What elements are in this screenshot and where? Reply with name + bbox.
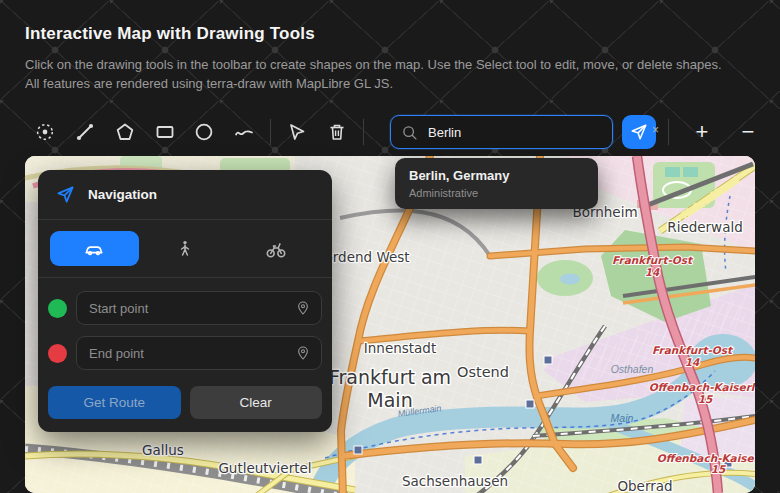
drawing-toolbar: × + − — [25, 111, 767, 153]
zoom-in-button[interactable]: + — [683, 113, 721, 151]
map-label-junction-15: 15 — [698, 393, 713, 405]
freehand-tool-icon — [234, 122, 254, 142]
map-label-junction-14: 14 — [685, 356, 700, 368]
zoom-out-button[interactable]: − — [729, 113, 767, 151]
page-title: Interactive Map with Drawing Tools — [25, 24, 315, 44]
map-pin-icon[interactable] — [295, 300, 311, 316]
start-point-input[interactable] — [87, 300, 295, 317]
walking-icon — [175, 239, 195, 259]
map-label-offenbach-kaiserlei: Offenbach-Kaiserlei — [649, 381, 755, 393]
search-icon — [401, 124, 418, 141]
search-box[interactable] — [390, 115, 613, 149]
map-label-ostend: Ostend — [457, 364, 509, 380]
map-label-sachsenhausen: Sachsenhausen — [402, 473, 508, 489]
end-point-marker-icon — [48, 344, 67, 363]
trash-icon — [327, 122, 347, 142]
start-point-marker-icon — [48, 299, 67, 318]
circle-tool-icon — [194, 122, 214, 142]
search-input[interactable] — [426, 124, 570, 141]
polygon-tool-button[interactable] — [105, 112, 145, 152]
app: { "header": { "title": "Interactive Map … — [0, 0, 780, 493]
search-result-primary: Berlin, Germany — [409, 168, 584, 183]
navigation-panel: Navigation — [38, 170, 332, 432]
navigation-panel-title: Navigation — [88, 187, 157, 202]
point-tool-icon — [35, 122, 55, 142]
map-label-frankfurt-ost: Frankfurt-Ost — [652, 344, 734, 356]
circle-tool-button[interactable] — [185, 112, 225, 152]
close-icon[interactable]: × — [652, 124, 659, 136]
map-pin-icon[interactable] — [295, 345, 311, 361]
get-route-button[interactable]: Get Route — [48, 386, 181, 419]
line-tool-icon — [75, 122, 95, 142]
line-tool-button[interactable] — [65, 112, 105, 152]
map-label-offenbach-kaiserlei: Offenbach-Kaiserlei — [657, 452, 755, 464]
mode-tab-cycling[interactable] — [231, 231, 320, 266]
map-label-gallus: Gallus — [142, 442, 184, 458]
map-label-gutleutviertel: Gutleutviertel — [218, 460, 311, 476]
start-point-row — [48, 291, 322, 325]
navigation-plane-icon — [56, 185, 75, 204]
select-tool-button[interactable] — [277, 112, 317, 152]
rectangle-tool-icon — [155, 122, 175, 142]
freehand-tool-button[interactable] — [224, 112, 264, 152]
point-tool-button[interactable] — [25, 112, 65, 152]
navigation-toggle-button[interactable]: × — [622, 115, 656, 149]
rectangle-tool-button[interactable] — [145, 112, 185, 152]
map-label-riederwald: Riederwald — [667, 219, 743, 235]
delete-tool-button[interactable] — [317, 112, 357, 152]
search-result-dropdown: Berlin, Germany Administrative — [395, 158, 598, 209]
map-label-main-river: Main — [611, 412, 634, 424]
polygon-tool-icon — [115, 122, 135, 142]
search-result-item[interactable]: Berlin, Germany Administrative — [409, 168, 584, 199]
map-label-frankfurt-line1: Frankfurt am — [329, 366, 451, 388]
mode-tab-walking[interactable] — [141, 231, 230, 266]
map-label-frankfurt-ost: Frankfurt-Ost — [612, 254, 694, 266]
mode-tab-car[interactable] — [50, 231, 139, 266]
navigation-plane-icon — [630, 123, 648, 141]
map-label-oberrad: Oberrad — [617, 478, 672, 493]
car-icon — [83, 238, 105, 260]
route-actions: Get Route Clear — [38, 383, 332, 432]
page-description: Click on the drawing tools in the toolba… — [25, 56, 725, 94]
travel-mode-tabs — [38, 220, 332, 278]
search-result-secondary: Administrative — [409, 187, 584, 199]
map-label-osthafen: Osthafen — [611, 363, 654, 375]
end-point-input[interactable] — [87, 345, 295, 362]
bicycle-icon — [265, 238, 287, 260]
route-inputs — [38, 278, 332, 383]
toolbar-divider — [668, 119, 669, 145]
toolbar-divider — [270, 119, 271, 145]
select-tool-icon — [287, 122, 307, 142]
clear-route-button[interactable]: Clear — [190, 386, 323, 419]
navigation-panel-header: Navigation — [38, 170, 332, 220]
map-label-junction-14: 14 — [645, 266, 660, 278]
toolbar-divider — [363, 119, 364, 145]
start-point-field[interactable] — [76, 291, 322, 325]
end-point-field[interactable] — [76, 336, 322, 370]
map-label-innenstadt: Innenstadt — [364, 340, 436, 356]
map-label-junction-15: 15 — [711, 463, 726, 475]
end-point-row — [48, 336, 322, 370]
